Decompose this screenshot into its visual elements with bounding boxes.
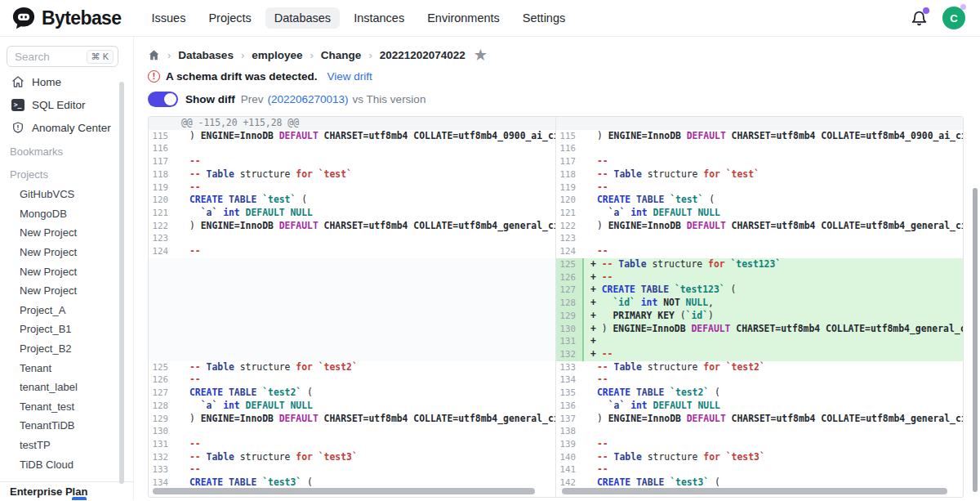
diff-right-horizontal-scrollbar[interactable] xyxy=(562,488,947,494)
nav-item-environments[interactable]: Environments xyxy=(418,7,509,29)
diff-row: 120CREATE TABLE `test` ( xyxy=(556,194,963,207)
show-diff-toggle[interactable] xyxy=(148,92,178,107)
line-number: 141 xyxy=(556,463,584,476)
sidebar-project-new-project[interactable]: New Project xyxy=(0,262,133,281)
code-line xyxy=(176,323,555,336)
search-shortcut-badge: ⌘ K xyxy=(87,50,114,64)
sidebar-project-project-b2[interactable]: Project_B2 xyxy=(0,339,133,359)
line-number: 132 xyxy=(556,348,584,361)
breadcrumb-item-databases[interactable]: Databases xyxy=(178,49,234,61)
view-drift-link[interactable]: View drift xyxy=(327,70,372,83)
diff-pane-left[interactable]: @@ -115,20 +115,28 @@115) ENGINE=InnoDB … xyxy=(149,117,556,497)
code-line: CREATE TABLE `test` ( xyxy=(584,194,963,207)
diff-row: 126+ -- xyxy=(556,271,963,284)
sidebar-project-new-project[interactable]: New Project xyxy=(0,223,133,243)
sidebar-project-tenanttidb[interactable]: TenantTiDB xyxy=(0,416,133,436)
sidebar-project-tenant-label[interactable]: tenant_label xyxy=(0,378,133,397)
sidebar-item-anomaly-center[interactable]: Anomaly Center xyxy=(0,116,133,139)
nav-item-issues[interactable]: Issues xyxy=(142,7,194,29)
line-number: 118 xyxy=(149,168,176,181)
line-number: 129 xyxy=(149,413,176,426)
nav-item-projects[interactable]: Projects xyxy=(199,7,260,29)
page-vertical-scrollbar[interactable] xyxy=(973,188,978,492)
diff-row: 123 xyxy=(149,232,555,245)
sidebar-project-mongodb[interactable]: MongoDB xyxy=(0,204,133,224)
code-line: CREATE TABLE `test2` ( xyxy=(176,387,555,400)
sidebar: Search ⌘ K Home >_ SQL Editor xyxy=(0,37,134,500)
breadcrumb-item-employee[interactable]: employee xyxy=(252,49,302,61)
code-line: -- xyxy=(584,374,963,387)
breadcrumb-home-icon[interactable] xyxy=(148,49,160,61)
breadcrumb: › Databases › employee › Change › 202212… xyxy=(148,48,980,62)
line-number xyxy=(149,335,176,348)
diff-row: 123 xyxy=(556,232,963,245)
sidebar-item-home[interactable]: Home xyxy=(0,70,133,93)
code-line xyxy=(176,271,555,284)
avatar-status-dot xyxy=(960,4,966,10)
line-number: 133 xyxy=(556,361,584,374)
brand-name: Bytebase xyxy=(42,7,121,29)
line-number: 116 xyxy=(556,142,584,155)
main-content: › Databases › employee › Change › 202212… xyxy=(134,37,980,500)
bytebase-logo[interactable]: Bytebase xyxy=(11,6,121,30)
breadcrumb-item-version[interactable]: 20221202074022 xyxy=(380,49,466,61)
diff-pane-right[interactable]: 115) ENGINE=InnoDB DEFAULT CHARSET=utf8m… xyxy=(556,117,963,497)
sidebar-project-githubvcs[interactable]: GitHubVCS xyxy=(0,185,133,204)
sidebar-item-label: Home xyxy=(32,76,61,88)
sidebar-project-tenant-test[interactable]: Tenant_test xyxy=(0,397,133,417)
sidebar-project-testtp[interactable]: testTP xyxy=(0,436,133,455)
code-line: -- Table structure for `test` xyxy=(176,168,555,181)
schema-drift-alert: ! A schema drift was detected. View drif… xyxy=(148,70,980,83)
notifications-bell-icon[interactable] xyxy=(911,10,928,27)
line-number: 126 xyxy=(556,271,584,284)
code-line xyxy=(176,425,555,438)
sidebar-item-sql-editor[interactable]: >_ SQL Editor xyxy=(0,93,133,116)
sidebar-project-tidb-cloud[interactable]: TiDB Cloud xyxy=(0,454,133,474)
diff-row: 120CREATE TABLE `test` ( xyxy=(149,194,555,207)
diff-row: 129+ PRIMARY KEY (`id`) xyxy=(556,310,963,323)
line-number: 127 xyxy=(556,284,584,297)
sidebar-project-new-project[interactable]: New Project xyxy=(0,243,133,262)
code-line: + -- Table structure for `test123` xyxy=(584,258,963,271)
breadcrumb-item-change[interactable]: Change xyxy=(321,49,362,61)
diff-row: 131+ xyxy=(556,335,963,348)
diff-row: 124-- xyxy=(149,245,555,258)
sidebar-project-new-project[interactable]: New Project xyxy=(0,281,133,301)
nav-item-databases[interactable]: Databases xyxy=(265,7,340,29)
diff-row xyxy=(149,348,555,361)
breadcrumb-separator: › xyxy=(310,49,314,61)
sidebar-scrollbar[interactable] xyxy=(119,82,124,484)
sidebar-project-project-b1[interactable]: Project_B1 xyxy=(0,320,133,339)
code-line: `a` int DEFAULT NULL xyxy=(584,400,963,413)
code-line xyxy=(176,284,555,297)
line-number xyxy=(149,323,176,336)
diff-row: 117-- xyxy=(556,155,963,168)
prev-version-link[interactable]: (202206270013) xyxy=(268,93,349,105)
line-number: 131 xyxy=(149,438,176,451)
code-line: ) ENGINE=InnoDB DEFAULT CHARSET=utf8mb4 … xyxy=(584,413,963,426)
bookmark-star-icon[interactable]: ★ xyxy=(474,48,487,62)
user-avatar[interactable]: C xyxy=(942,7,965,29)
line-number: 123 xyxy=(149,232,176,245)
code-line: -- xyxy=(176,245,555,258)
code-line xyxy=(176,310,555,323)
enterprise-plan-label[interactable]: Enterprise Plan xyxy=(0,481,133,500)
diff-row: @@ -115,20 +115,28 @@ xyxy=(149,117,555,130)
diff-row: 133-- Table structure for `test2` xyxy=(556,361,963,374)
code-line: -- Table structure for `test` xyxy=(584,168,963,181)
search-input[interactable]: Search ⌘ K xyxy=(7,46,118,67)
code-line xyxy=(584,142,963,155)
diff-left-horizontal-scrollbar[interactable] xyxy=(153,488,535,494)
toggle-knob xyxy=(164,93,176,105)
code-line: + -- xyxy=(584,348,963,361)
code-line: `a` int DEFAULT NULL xyxy=(584,207,963,220)
line-number: 133 xyxy=(149,463,176,476)
nav-item-instances[interactable]: Instances xyxy=(345,7,413,29)
code-line xyxy=(176,142,555,155)
sidebar-project-tenant[interactable]: Tenant xyxy=(0,358,133,378)
sidebar-project-project-a[interactable]: Project_A xyxy=(0,301,133,320)
diff-row xyxy=(149,271,555,284)
nav-item-settings[interactable]: Settings xyxy=(514,7,574,29)
diff-row: 127CREATE TABLE `test2` ( xyxy=(149,387,555,400)
diff-row: 119-- xyxy=(556,181,963,195)
